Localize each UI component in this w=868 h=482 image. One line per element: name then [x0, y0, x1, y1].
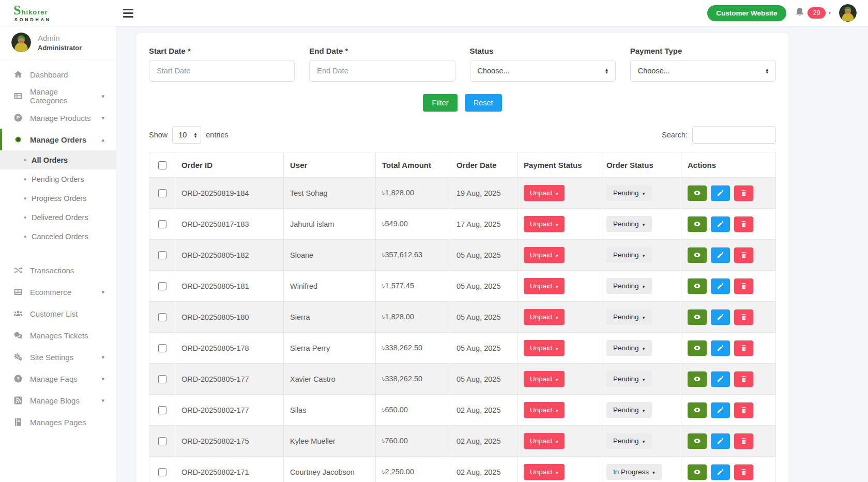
order-status-button[interactable]: Pending: [606, 278, 652, 294]
delete-order-button[interactable]: [734, 309, 753, 325]
view-order-button[interactable]: [688, 433, 707, 449]
row-checkbox[interactable]: [158, 189, 166, 197]
submenu-item-all-orders[interactable]: All Orders: [0, 150, 116, 169]
sidebar-item-manage-categories[interactable]: Manage Categories: [0, 85, 116, 107]
edit-order-button[interactable]: [711, 278, 730, 294]
sidebar-item-manage-orders[interactable]: Manage Orders: [0, 129, 116, 150]
view-order-button[interactable]: [688, 185, 707, 201]
edit-order-button[interactable]: [711, 464, 730, 480]
edit-order-button[interactable]: [711, 340, 730, 356]
sidebar-item-customer-list[interactable]: Customer List: [0, 303, 116, 324]
edit-order-button[interactable]: [711, 185, 730, 201]
order-date-cell: 05 Aug, 2025: [450, 271, 517, 302]
delete-order-button[interactable]: [734, 278, 753, 294]
submenu-item-progress-orders[interactable]: Progress Orders: [0, 189, 116, 208]
row-checkbox[interactable]: [158, 220, 166, 228]
order-status-button[interactable]: Pending: [606, 340, 652, 356]
notifications-dropdown[interactable]: 29: [795, 7, 831, 19]
payment-status-button[interactable]: Unpaid: [524, 216, 565, 232]
filter-button[interactable]: Filter: [423, 94, 457, 112]
row-checkbox[interactable]: [158, 375, 166, 383]
row-checkbox[interactable]: [158, 437, 166, 445]
edit-order-button[interactable]: [711, 309, 730, 325]
row-checkbox[interactable]: [158, 282, 166, 290]
sidebar-item-manages-tickets[interactable]: Manages Tickets: [0, 324, 116, 346]
delete-order-button[interactable]: [734, 371, 753, 387]
payment-status-button[interactable]: Unpaid: [524, 464, 565, 480]
view-order-button[interactable]: [688, 278, 707, 294]
view-order-button[interactable]: [688, 309, 707, 325]
payment-status-button[interactable]: Unpaid: [524, 247, 565, 263]
row-checkbox[interactable]: [158, 406, 166, 414]
sidebar-item-site-settings[interactable]: Site Settings: [0, 346, 116, 368]
delete-order-button[interactable]: [734, 185, 753, 201]
sidebar-item-manages-pages[interactable]: Manages Pages: [0, 411, 116, 433]
payment-status-button[interactable]: Unpaid: [524, 371, 565, 387]
view-order-button[interactable]: [688, 402, 707, 418]
payment-status-button[interactable]: Unpaid: [524, 340, 565, 356]
order-status-button[interactable]: Pending: [606, 247, 652, 263]
sidebar-item-transactions[interactable]: Transactions: [0, 259, 116, 281]
total-amount-cell: ৳338,262.50: [376, 364, 450, 395]
delete-order-button[interactable]: [734, 433, 753, 449]
order-status-button[interactable]: Pending: [606, 185, 652, 201]
payment-status-button[interactable]: Unpaid: [524, 402, 565, 418]
order-status-button[interactable]: Pending: [606, 309, 652, 325]
submenu-item-delivered-orders[interactable]: Delivered Orders: [0, 208, 116, 227]
delete-order-button[interactable]: [734, 247, 753, 263]
submenu-item-canceled-orders[interactable]: Canceled Orders: [0, 227, 116, 246]
delete-order-button[interactable]: [734, 216, 753, 232]
sidebar-item-manage-blogs[interactable]: Manage Blogs: [0, 390, 116, 411]
delete-order-button[interactable]: [734, 340, 753, 356]
view-order-button[interactable]: [688, 371, 707, 387]
row-checkbox[interactable]: [158, 251, 166, 259]
view-order-button[interactable]: [688, 340, 707, 356]
sidebar-item-manage-faqs[interactable]: ? Manage Faqs: [0, 368, 116, 390]
view-order-button[interactable]: [688, 464, 707, 480]
sidebar-item-manage-products[interactable]: P Manage Products: [0, 107, 116, 129]
table-controls: Show 10 entries Search:: [149, 126, 776, 144]
payment-status-button[interactable]: Unpaid: [524, 185, 565, 201]
payment-status-button[interactable]: Unpaid: [524, 433, 565, 449]
payment-status-button[interactable]: Unpaid: [524, 278, 565, 294]
order-status-button[interactable]: Pending: [606, 216, 652, 232]
edit-order-button[interactable]: [711, 247, 730, 263]
caret-down-icon: [101, 115, 104, 121]
sidebar-item-ecommerce[interactable]: Ecommerce: [0, 281, 116, 303]
delete-order-button[interactable]: [734, 402, 753, 418]
search-input[interactable]: [692, 126, 776, 144]
edit-order-button[interactable]: [711, 433, 730, 449]
edit-order-button[interactable]: [711, 402, 730, 418]
payment-type-select[interactable]: Choose...: [630, 60, 776, 82]
order-status-button[interactable]: In Progress: [606, 464, 662, 480]
user-avatar[interactable]: [839, 4, 857, 22]
admin-profile-block[interactable]: Admin Administrator: [0, 26, 116, 59]
payment-status-button[interactable]: Unpaid: [524, 309, 565, 325]
order-date-cell: 02 Aug, 2025: [450, 457, 517, 482]
caret-down-icon: [556, 253, 558, 258]
hamburger-menu-button[interactable]: [121, 7, 135, 20]
sidebar-item-dashboard[interactable]: Dashboard: [0, 64, 116, 85]
view-order-button[interactable]: [688, 216, 707, 232]
end-date-input[interactable]: [309, 60, 455, 82]
submenu-item-pending-orders[interactable]: Pending Orders: [0, 169, 116, 189]
row-checkbox[interactable]: [158, 468, 166, 476]
edit-order-button[interactable]: [711, 216, 730, 232]
row-checkbox[interactable]: [158, 344, 166, 352]
page-size-select[interactable]: 10: [172, 126, 201, 144]
status-select[interactable]: Choose...: [470, 60, 616, 82]
delete-order-button[interactable]: [734, 464, 753, 480]
reset-button[interactable]: Reset: [465, 94, 502, 112]
edit-order-button[interactable]: [711, 371, 730, 387]
view-order-button[interactable]: [688, 247, 707, 263]
brand-logo[interactable]: Shikorer SONDHAN: [0, 4, 116, 22]
admin-role: Administrator: [38, 44, 82, 52]
customer-website-button[interactable]: Customer Website: [707, 5, 786, 21]
order-status-button[interactable]: Pending: [606, 371, 652, 387]
order-status-button[interactable]: Pending: [606, 433, 652, 449]
total-amount-cell: ৳650.00: [376, 395, 450, 426]
row-checkbox[interactable]: [158, 313, 166, 321]
start-date-input[interactable]: [149, 60, 295, 82]
order-status-button[interactable]: Pending: [606, 402, 652, 418]
select-all-checkbox[interactable]: [158, 161, 166, 169]
